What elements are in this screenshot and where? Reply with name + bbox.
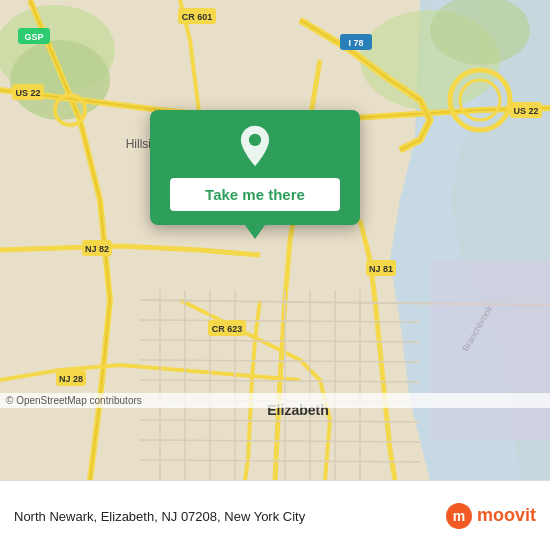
svg-rect-31 <box>430 260 550 440</box>
svg-text:US 22: US 22 <box>513 106 538 116</box>
popup-overlay: Take me there <box>150 110 360 225</box>
moovit-text: moovit <box>477 505 536 526</box>
svg-point-34 <box>249 134 261 146</box>
location-info: North Newark, Elizabeth, NJ 07208, New Y… <box>14 507 445 525</box>
svg-text:US 22: US 22 <box>15 88 40 98</box>
copyright-text: © OpenStreetMap contributors <box>6 395 142 406</box>
svg-text:CR 601: CR 601 <box>182 12 213 22</box>
svg-text:GSP: GSP <box>24 32 43 42</box>
copyright-bar: © OpenStreetMap contributors <box>0 393 550 408</box>
svg-text:NJ 81: NJ 81 <box>369 264 393 274</box>
moovit-logo: m moovit <box>445 502 536 530</box>
svg-text:m: m <box>453 508 465 524</box>
take-me-there-button[interactable]: Take me there <box>170 178 340 211</box>
svg-text:NJ 28: NJ 28 <box>59 374 83 384</box>
bottom-bar: North Newark, Elizabeth, NJ 07208, New Y… <box>0 480 550 550</box>
svg-point-2 <box>10 40 110 120</box>
location-pin-icon <box>233 124 277 168</box>
svg-text:I 78: I 78 <box>348 38 363 48</box>
svg-text:NJ 82: NJ 82 <box>85 244 109 254</box>
location-name: North Newark, Elizabeth, NJ 07208, New Y… <box>14 509 305 524</box>
svg-text:CR 623: CR 623 <box>212 324 243 334</box>
map-container: CR 601 GSP US 22 US 22 I 78 NJ 27 NJ 82 … <box>0 0 550 480</box>
moovit-logo-icon: m <box>445 502 473 530</box>
map-svg: CR 601 GSP US 22 US 22 I 78 NJ 27 NJ 82 … <box>0 0 550 480</box>
